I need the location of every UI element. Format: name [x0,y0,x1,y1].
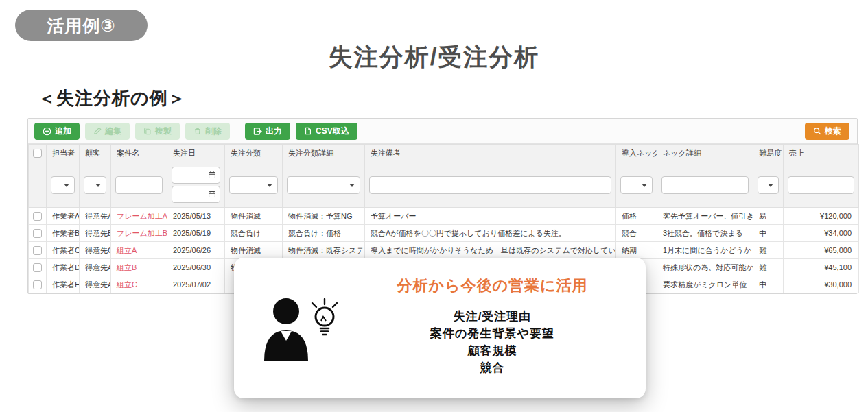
cell-project: 組立A [111,242,167,259]
add-button-label: 追加 [55,125,71,137]
filter-category-detail-select[interactable] [287,176,360,194]
duplicate-button[interactable]: 複製 [135,123,180,140]
calendar-icon [208,190,216,198]
filter-bottleneck-select[interactable] [620,176,653,194]
cell-category: 競合負け [225,225,283,242]
row-checkbox[interactable] [33,246,42,255]
filter-sales-input[interactable] [788,176,854,194]
cell-customer: 得意先C [80,242,111,259]
search-button[interactable]: 検索 [805,123,849,140]
add-button[interactable]: 追加 [34,123,80,140]
cell-project: フレーム加工B [111,225,167,242]
file-icon [304,127,312,135]
project-link[interactable]: フレーム加工B [117,229,167,237]
cell-customer: 得意先A [80,259,111,276]
table-row[interactable]: 作業者C 得意先C 組立A 2025/06/26 物件消滅 物件消滅：既存システ… [29,242,859,259]
table-row[interactable]: 作業者A 得意先A フレーム加工A 2025/05/13 物件消滅 物件消滅：予… [29,208,859,225]
table-toolbar: 追加 編集 複製 削除 出力 CSV取込 検索 [28,119,857,144]
cell-bottleneck: 競合 [616,225,657,242]
chevron-down-icon [642,184,647,187]
cell-bottleneck-detail: 要求精度がミクロン単位 [657,276,753,293]
select-all-cell [29,145,47,162]
callout-line: 案件の発生背景や要望 [354,325,631,342]
col-header-bottleneck-detail: ネック詳細 [657,145,753,162]
callout-line: 失注/受注理由 [354,308,631,325]
cell-difficulty: 難 [753,242,784,259]
callout-line: 顧客規模 [354,342,631,359]
csv-import-button[interactable]: CSV取込 [296,123,357,140]
col-header-person: 担当者 [47,145,80,162]
usage-example-label: 活用例③ [47,14,115,37]
filter-project-input[interactable] [115,176,163,194]
cell-customer: 得意先A [80,208,111,225]
table-filter-row [29,162,859,208]
cell-lost-date: 2025/05/19 [167,225,225,242]
filter-lost-date-from-input[interactable] [172,167,220,184]
callout-heading: 分析から今後の営業に活用 [354,276,631,296]
cell-category-detail: 物件消滅：予算NG [283,208,365,225]
cell-difficulty: 難 [753,259,784,276]
project-link[interactable]: フレーム加工A [117,212,167,220]
project-link[interactable]: 組立A [117,246,137,254]
row-checkbox[interactable] [33,229,42,238]
cell-sales: ¥34,000 [784,225,859,242]
duplicate-button-label: 複製 [155,125,172,137]
person-with-lightbulb-icon [261,295,344,366]
row-checkbox[interactable] [33,212,42,221]
edit-button-label: 編集 [105,125,121,137]
cell-person: 作業者A [47,208,80,225]
cell-remarks: 競合Aが価格を〇〇円で提示しており価格差による失注。 [365,225,616,242]
cell-bottleneck-detail: 1月末に間に合うかどうか [657,242,753,259]
cell-sales: ¥65,000 [784,242,859,259]
trash-icon [193,127,202,135]
edit-button[interactable]: 編集 [85,123,130,140]
cell-bottleneck-detail: 特殊形状の為、対応可能か確認要 [657,259,753,276]
cell-category-detail: 物件消滅：既存システム対応 [283,242,365,259]
col-header-project: 案件名 [111,145,167,162]
page-title: 失注分析/受注分析 [0,41,868,73]
select-all-checkbox[interactable] [33,149,42,158]
cell-sales: ¥120,000 [784,208,859,225]
col-header-lost-date: 失注日 [167,145,225,162]
calendar-icon [208,171,216,179]
project-link[interactable]: 組立B [117,263,137,271]
filter-category-select[interactable] [229,176,278,194]
search-button-label: 検索 [825,125,841,137]
csv-import-button-label: CSV取込 [316,125,349,137]
cell-difficulty: 中 [753,225,784,242]
cell-category: 物件消滅 [225,208,283,225]
cell-lost-date: 2025/07/02 [167,276,225,293]
cell-project: 組立B [111,259,167,276]
cell-person: 作業者B [47,225,80,242]
filter-person-select[interactable] [51,176,75,194]
row-checkbox[interactable] [33,263,42,272]
delete-button[interactable]: 削除 [185,123,230,140]
col-header-customer: 顧客 [80,145,111,162]
row-checkbox[interactable] [33,280,42,289]
col-header-category: 失注分類 [225,145,283,162]
pencil-icon [93,127,102,135]
section-subtitle: ＜失注分析の例＞ [38,86,187,110]
chevron-down-icon [64,184,69,187]
cell-difficulty: 中 [753,276,784,293]
chevron-down-icon [267,184,272,187]
cell-customer: 得意先B [80,225,111,242]
project-link[interactable]: 組立C [117,280,137,289]
filter-bottleneck-detail-input[interactable] [661,176,749,194]
callout-text: 分析から今後の営業に活用 失注/受注理由 案件の発生背景や要望 顧客規模 競合 [354,276,631,376]
callout-card: 分析から今後の営業に活用 失注/受注理由 案件の発生背景や要望 顧客規模 競合 [234,258,646,398]
export-button[interactable]: 出力 [245,123,290,140]
filter-remarks-input[interactable] [369,176,611,194]
filter-lost-date-to-input[interactable] [172,186,220,203]
plus-circle-icon [43,127,51,136]
cell-sales: ¥30,000 [784,276,859,293]
col-header-category-detail: 失注分類詳細 [283,145,365,162]
cell-bottleneck: 納期 [616,242,657,259]
filter-difficulty-select[interactable] [758,176,779,194]
magnifier-icon [813,127,821,135]
filter-customer-select[interactable] [84,176,106,194]
callout-line: 競合 [354,359,631,376]
cell-remarks: 導入までに時間がかかりそうなため一旦は既存のシステムで対応していくという方針にな… [365,242,616,259]
table-row[interactable]: 作業者B 得意先B フレーム加工B 2025/05/19 競合負け 競合負け：価… [29,225,859,242]
cell-person: 作業者E [47,276,80,293]
